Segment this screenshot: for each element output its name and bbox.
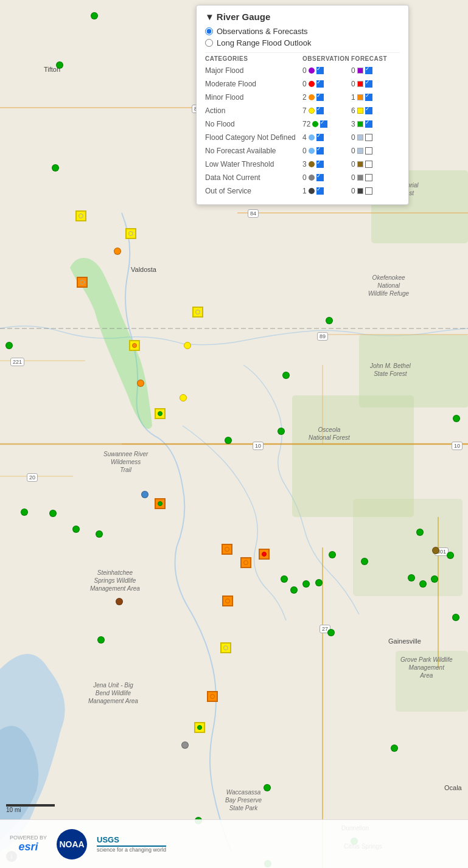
- moderate-flood-forecast-check[interactable]: [365, 80, 372, 88]
- marker-green-8[interactable]: [225, 437, 232, 444]
- marker-green-26[interactable]: [327, 629, 335, 636]
- data-not-current-forecast[interactable]: 0: [351, 173, 400, 182]
- marker-sq-y-g-2[interactable]: [194, 722, 205, 733]
- marker-green-19[interactable]: [290, 586, 298, 594]
- marker-green-23[interactable]: [416, 529, 424, 536]
- no-forecast-obs[interactable]: 0: [302, 147, 351, 155]
- action-obs-check[interactable]: [316, 107, 324, 114]
- marker-green-5[interactable]: [326, 317, 333, 324]
- marker-green-21[interactable]: [419, 580, 427, 588]
- minor-flood-obs[interactable]: 2: [302, 93, 351, 102]
- marker-sq-yellow-1[interactable]: [75, 210, 86, 221]
- low-water-forecast-check[interactable]: [365, 161, 372, 168]
- out-of-service-obs-check[interactable]: [316, 187, 324, 195]
- no-flood-forecast[interactable]: 3: [351, 120, 400, 128]
- moderate-flood-forecast[interactable]: 0: [351, 80, 400, 88]
- marker-sq-yellow-2[interactable]: [125, 228, 136, 239]
- flood-cat-undefined-forecast[interactable]: 0: [351, 133, 400, 142]
- marker-green-2[interactable]: [56, 61, 63, 69]
- marker-green-16[interactable]: [281, 575, 288, 583]
- marker-green-3[interactable]: [52, 164, 59, 172]
- marker-sq-yellow-4[interactable]: [220, 642, 231, 653]
- low-water-obs-check[interactable]: [316, 161, 324, 168]
- marker-green-17[interactable]: [302, 580, 310, 588]
- marker-green-15[interactable]: [447, 552, 454, 559]
- marker-gray-1[interactable]: [181, 741, 189, 749]
- marker-sq-yellow-3[interactable]: [192, 307, 203, 318]
- collapse-arrow[interactable]: ▼: [205, 12, 214, 22]
- no-forecast-forecast-check[interactable]: [365, 147, 372, 155]
- major-flood-forecast-check[interactable]: [365, 67, 372, 74]
- major-flood-label: Major Flood: [205, 66, 302, 75]
- minor-flood-obs-check[interactable]: [316, 94, 324, 101]
- obs-forecasts-radio[interactable]: Observations & Forecasts: [205, 27, 400, 36]
- esri-logo: esri: [18, 841, 38, 853]
- marker-sq-o-2[interactable]: [240, 557, 251, 568]
- major-flood-obs[interactable]: 0: [302, 66, 351, 75]
- marker-green-6[interactable]: [5, 342, 13, 349]
- flood-cat-undefined-obs-check[interactable]: [316, 134, 324, 141]
- marker-green-18[interactable]: [315, 579, 323, 586]
- road-89: 89: [317, 332, 328, 341]
- marker-green-7[interactable]: [278, 428, 285, 435]
- minor-flood-forecast[interactable]: 1: [351, 93, 400, 102]
- out-of-service-forecast[interactable]: 0: [351, 187, 400, 195]
- marker-green-24[interactable]: [452, 614, 459, 621]
- major-flood-obs-check[interactable]: [316, 67, 324, 74]
- flood-cat-undefined-obs[interactable]: 4: [302, 133, 351, 142]
- low-water-forecast[interactable]: 0: [351, 160, 400, 168]
- data-not-current-forecast-check[interactable]: [365, 174, 372, 181]
- marker-green-13[interactable]: [329, 551, 336, 558]
- no-flood-obs[interactable]: 72: [302, 120, 351, 128]
- marker-brown-1[interactable]: [432, 547, 439, 554]
- marker-orange-1[interactable]: [114, 248, 121, 255]
- moderate-flood-obs-check[interactable]: [316, 80, 324, 88]
- marker-sq-y-g-1[interactable]: [155, 408, 166, 419]
- marker-green-10[interactable]: [49, 510, 57, 517]
- marker-sq-o-4[interactable]: [207, 691, 218, 702]
- marker-sq-o-g-1[interactable]: [155, 498, 166, 509]
- flood-cat-undefined-forecast-check[interactable]: [365, 134, 372, 141]
- marker-sq-o-3[interactable]: [222, 595, 233, 606]
- marker-brown-2[interactable]: [116, 598, 123, 605]
- action-forecast-check[interactable]: [365, 107, 372, 114]
- action-obs[interactable]: 7: [302, 106, 351, 115]
- marker-sq-orange-1[interactable]: [77, 277, 88, 288]
- out-of-service-obs[interactable]: 1: [302, 187, 351, 195]
- marker-green-29[interactable]: [264, 784, 271, 791]
- marker-green-25[interactable]: [97, 636, 105, 644]
- no-flood-forecast-check[interactable]: [365, 120, 372, 128]
- marker-green-1[interactable]: [91, 12, 98, 19]
- marker-green-12[interactable]: [96, 530, 103, 538]
- marker-sq-y-o-1[interactable]: [129, 340, 140, 351]
- marker-green-9[interactable]: [21, 509, 28, 516]
- marker-sq-o-r-1[interactable]: [259, 549, 270, 560]
- no-forecast-forecast[interactable]: 0: [351, 147, 400, 155]
- no-forecast-obs-check[interactable]: [316, 147, 324, 155]
- moderate-flood-obs[interactable]: 0: [302, 80, 351, 88]
- low-water-obs[interactable]: 3: [302, 160, 351, 168]
- major-flood-forecast[interactable]: 0: [351, 66, 400, 75]
- marker-green-14[interactable]: [361, 558, 368, 565]
- okefenokee-label: OkefenokeeNationalWildlife Refuge: [368, 274, 409, 297]
- marker-blue-1[interactable]: [141, 491, 148, 498]
- data-not-current-obs[interactable]: 0: [302, 173, 351, 182]
- marker-yellow-2[interactable]: [180, 394, 187, 401]
- data-not-current-obs-check[interactable]: [316, 174, 324, 181]
- marker-orange-2[interactable]: [137, 380, 144, 387]
- marker-green-4[interactable]: [282, 372, 290, 379]
- marker-green-11[interactable]: [72, 526, 80, 533]
- marker-green-22[interactable]: [431, 575, 438, 583]
- road-221: 221: [10, 358, 24, 366]
- no-flood-obs-check[interactable]: [320, 120, 327, 128]
- out-of-service-forecast-check[interactable]: [365, 187, 372, 195]
- marker-sq-o-1[interactable]: [222, 544, 232, 555]
- marker-yellow-dot[interactable]: [184, 342, 191, 349]
- action-forecast[interactable]: 6: [351, 106, 400, 115]
- long-range-radio[interactable]: Long Range Flood Outlook: [205, 38, 400, 47]
- minor-flood-forecast-check[interactable]: [365, 94, 372, 101]
- marker-green-20[interactable]: [408, 574, 415, 582]
- road-10: 10: [253, 442, 264, 450]
- marker-green-27[interactable]: [391, 745, 398, 752]
- marker-green-32[interactable]: [453, 415, 460, 422]
